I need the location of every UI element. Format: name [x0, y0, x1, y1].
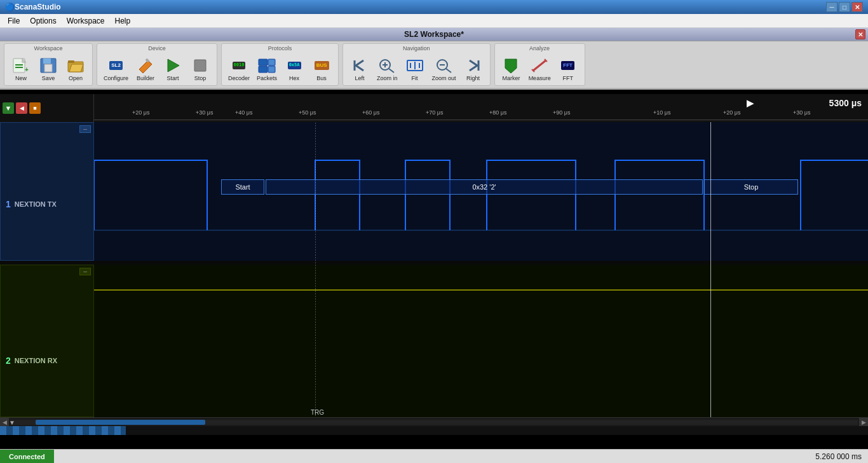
ch1-name: NEXTION TX: [15, 200, 57, 208]
toolbar-group-navigation-label: Navigation: [403, 45, 430, 52]
open-icon: [65, 57, 86, 74]
svg-rect-16: [268, 66, 275, 73]
channel-1: ─ 1 NEXTION TX: [0, 122, 868, 261]
workspace-close-button[interactable]: ✕: [855, 29, 865, 39]
fit-button[interactable]: Fit: [402, 55, 428, 83]
open-button[interactable]: Open: [63, 55, 88, 83]
restore-button[interactable]: □: [839, 2, 850, 12]
new-button-label: New: [15, 75, 27, 81]
stop-button[interactable]: Stop: [187, 55, 213, 83]
menu-file[interactable]: File: [3, 15, 25, 27]
menu-workspace[interactable]: Workspace: [62, 15, 110, 27]
packets-button[interactable]: Packets: [254, 55, 280, 83]
save-button-label: Save: [42, 75, 55, 81]
open-button-label: Open: [69, 75, 83, 81]
scroll-track[interactable]: [10, 420, 858, 425]
left-button[interactable]: Left: [347, 55, 372, 83]
ch1-wave-area: Start 0x32 '2' Stop: [94, 122, 868, 261]
fft-button[interactable]: FFT FFT: [555, 55, 581, 83]
svg-line-19: [389, 69, 394, 73]
packets-button-label: Packets: [257, 75, 277, 81]
menu-options[interactable]: Options: [25, 15, 61, 27]
toolbar-group-protocols: Protocols 0010 Decoder Packets: [221, 43, 339, 86]
right-button[interactable]: Right: [461, 55, 486, 83]
svg-marker-11: [168, 59, 179, 72]
bus-icon: BUS: [311, 57, 332, 74]
save-button[interactable]: Save: [36, 55, 61, 83]
tick-30us: +30 μs: [196, 109, 213, 116]
svg-rect-2: [15, 64, 23, 66]
menu-help[interactable]: Help: [110, 15, 136, 27]
tick-50us: +50 μs: [299, 109, 316, 116]
svg-rect-13: [259, 59, 268, 66]
scroll-left-button[interactable]: ◀: [0, 418, 9, 427]
left-button-label: Left: [355, 75, 365, 81]
ch2-wave-area: [94, 265, 868, 417]
close-button[interactable]: ✕: [851, 2, 863, 12]
right-button-label: Right: [466, 75, 480, 81]
measure-icon: [529, 57, 550, 74]
zoom-out-button[interactable]: Zoom out: [430, 55, 459, 83]
svg-rect-9: [68, 60, 74, 63]
ch1-number: 1: [6, 199, 11, 209]
tick-30us-2: +30 μs: [793, 109, 810, 116]
measure-button[interactable]: Measure: [526, 55, 553, 83]
start-button[interactable]: Start: [160, 55, 186, 83]
decoder-button[interactable]: 0010 Decoder: [226, 55, 252, 83]
ruler-orange-button[interactable]: ■: [29, 102, 41, 114]
svg-rect-7: [44, 64, 52, 72]
marker-button-label: Marker: [503, 75, 520, 81]
fit-icon: [405, 57, 425, 74]
hex-button[interactable]: 0x5A Hex: [281, 55, 307, 83]
save-icon: [38, 57, 58, 74]
ruler-red-button[interactable]: ◀: [16, 102, 27, 114]
scroll-right-button[interactable]: ▶: [859, 418, 868, 427]
right-icon: [463, 57, 484, 74]
toolbar-group-protocols-label: Protocols: [268, 45, 292, 52]
minimize-button[interactable]: ─: [826, 2, 837, 12]
configure-button[interactable]: SL2 Configure: [101, 55, 131, 83]
decoder-icon: 0010: [229, 57, 249, 74]
cursor-time-display: 5300 μs: [829, 98, 862, 108]
new-button[interactable]: + New: [8, 55, 34, 83]
ch2-minimize-button[interactable]: ─: [79, 268, 91, 275]
ruler-down-button[interactable]: ▼: [3, 102, 14, 114]
toolbar-group-workspace-label: Workspace: [34, 45, 63, 52]
channel-2: ─ 2 NEXTION RX: [0, 265, 868, 417]
zoom-out-icon: [434, 57, 454, 74]
builder-icon: [135, 57, 156, 74]
ch1-label-panel: ─ 1 NEXTION TX: [0, 122, 94, 261]
ch2-name: NEXTION RX: [15, 357, 57, 364]
svg-rect-12: [194, 60, 206, 71]
fft-button-label: FFT: [562, 75, 573, 81]
builder-button[interactable]: Builder: [133, 55, 158, 83]
svg-marker-30: [505, 59, 517, 73]
stop-icon: [190, 57, 210, 74]
bus-button[interactable]: BUS Bus: [309, 55, 334, 83]
ch2-label-panel: ─ 2 NEXTION RX: [0, 265, 94, 417]
zoom-in-button[interactable]: Zoom in: [374, 55, 400, 83]
fft-icon: FFT: [558, 57, 578, 74]
start-button-label: Start: [167, 75, 179, 81]
decode-data-label: 0x32 '2': [266, 179, 703, 195]
configure-icon: SL2: [106, 57, 126, 74]
tick-10us-2: +10 μs: [653, 109, 670, 116]
configure-button-label: Configure: [104, 75, 128, 81]
status-connected: Connected: [0, 450, 54, 463]
ch2-channel-info: 2 NEXTION RX: [6, 356, 57, 366]
ch2-number: 2: [6, 356, 11, 366]
status-time: 5.260 000 ms: [815, 452, 862, 461]
tick-60us: +60 μs: [362, 109, 379, 116]
progress-bar: [0, 426, 126, 435]
ch2-waveform-svg: [94, 265, 868, 417]
progress-bar-container: [0, 426, 868, 435]
scroll-thumb[interactable]: [36, 420, 205, 425]
horizontal-scrollbar[interactable]: ◀ ▶: [0, 417, 868, 426]
down-arrow-indicator[interactable]: ▼: [9, 419, 15, 426]
toolbar-group-workspace: Workspace + New Save: [4, 43, 93, 86]
measure-button-label: Measure: [529, 75, 551, 81]
svg-line-27: [446, 69, 451, 73]
marker-button[interactable]: Marker: [499, 55, 524, 83]
zoom-out-button-label: Zoom out: [432, 75, 456, 81]
ch1-minimize-button[interactable]: ─: [79, 125, 91, 133]
